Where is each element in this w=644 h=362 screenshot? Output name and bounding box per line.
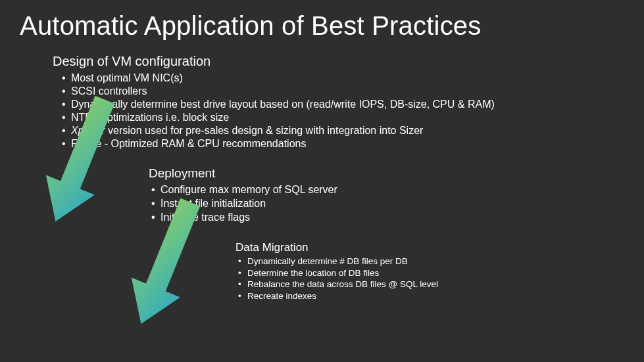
list-item: SCSI controllers bbox=[71, 85, 624, 98]
list-item: Dynamically determine # DB files per DB bbox=[247, 256, 624, 267]
section-heading-deployment: Deployment bbox=[149, 166, 624, 181]
section-deployment: Deployment Configure max memory of SQL s… bbox=[149, 166, 624, 224]
list-item: Initialize trace flags bbox=[161, 211, 624, 225]
section-datamigration: Data Migration Dynamically determine # D… bbox=[235, 241, 624, 302]
list-item: Rebalance the data across DB files @ SQL… bbox=[247, 279, 624, 290]
list-item: Xplorer version used for pre-sales desig… bbox=[71, 124, 624, 137]
list-item: Determine the location of DB files bbox=[247, 267, 624, 279]
list-item: Dynamically determine best drive layout … bbox=[71, 98, 624, 111]
section-design: Design of VM configuration Most optimal … bbox=[53, 54, 624, 150]
slide: Automatic Application of Best Practices … bbox=[0, 0, 644, 362]
section-heading-datamigration: Data Migration bbox=[235, 241, 624, 254]
bullet-list-datamigration: Dynamically determine # DB files per DB … bbox=[247, 256, 624, 302]
section-heading-design: Design of VM configuration bbox=[53, 54, 624, 69]
list-item: Future - Optimized RAM & CPU recommendat… bbox=[71, 137, 624, 150]
list-item: Instant file initialization bbox=[161, 197, 624, 211]
bullet-list-design: Most optimal VM NIC(s) SCSI controllers … bbox=[71, 72, 624, 150]
list-item: Recreate indexes bbox=[247, 290, 624, 302]
bullet-list-deployment: Configure max memory of SQL server Insta… bbox=[161, 183, 624, 224]
page-title: Automatic Application of Best Practices bbox=[20, 12, 624, 39]
list-item: NTFS optimizations i.e. block size bbox=[71, 111, 624, 124]
xplorer-italic: Xplorer bbox=[71, 125, 105, 136]
list-item: Most optimal VM NIC(s) bbox=[71, 72, 624, 85]
list-item: Configure max memory of SQL server bbox=[161, 183, 624, 197]
